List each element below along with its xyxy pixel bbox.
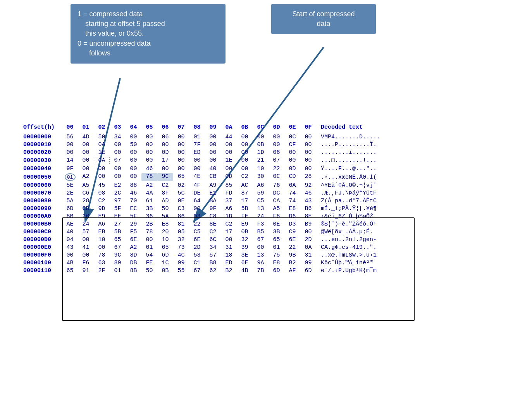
header-col-06: 06 bbox=[157, 124, 173, 131]
annotation-box-1-line1: 1 = compressed data bbox=[77, 10, 143, 18]
hex-row-00000090: 00000090 6DCD9D5F EC3B50C3 909FA65B 13A5… bbox=[23, 205, 380, 212]
hex-row-000000a0: 000000A0 8B26E9EE 5F365A86 D3C81DFE 24F8… bbox=[23, 213, 380, 220]
header-col-0e: 0E bbox=[284, 124, 300, 131]
annotation-box-1-line5: follows bbox=[89, 49, 110, 57]
annotation-box-2: Start of compresseddata bbox=[271, 4, 376, 34]
header-col-0b: 0B bbox=[237, 124, 253, 131]
annotation-box-1: 1 = compressed data starting at offset 5… bbox=[71, 4, 226, 64]
hex-row-00000030: 00000030 1400 0A 07 00001700 00001E00 21… bbox=[23, 157, 380, 164]
hex-row-00000080: 00000080 5A28C297 7061AD0E 64BA3717 C5CA… bbox=[23, 198, 380, 204]
header-col-08: 08 bbox=[189, 124, 205, 131]
annotation-box-1-line4: 0 = uncompressed data bbox=[77, 40, 151, 47]
header-col-02: 02 bbox=[94, 124, 110, 131]
header-col-09: 09 bbox=[205, 124, 221, 131]
hex-row-000000b0: 000000B0 AE24A627 292BE881 228EC2E9 F30E… bbox=[23, 221, 380, 227]
header-bytes: 00 01 02 03 04 05 06 07 08 09 0A 0B 0C 0… bbox=[62, 124, 318, 131]
header-col-03: 03 bbox=[110, 124, 126, 131]
header-decoded-label: Decoded text bbox=[321, 124, 363, 131]
hex-row-00000020: 00000020 00001E00 00000D00 ED000000 1D06… bbox=[23, 149, 380, 156]
hex-row-00000070: 00000070 2EC6082C 464A8F5C DEE1FD87 59DC… bbox=[23, 190, 380, 196]
header-col-05: 05 bbox=[141, 124, 157, 131]
header-col-01: 01 bbox=[78, 124, 94, 131]
header-col-0a: 0A bbox=[221, 124, 237, 131]
hex-row-00000110: 00000110 65912F01 8B500B55 6762B24B 7B6D… bbox=[23, 267, 380, 274]
hex-row-00000050: 00000050 01 A20000 00 78 9C 65 4ECB0DC2 … bbox=[23, 173, 380, 181]
hex-header-row: Offset(h) 00 01 02 03 04 05 06 07 08 09 … bbox=[23, 124, 380, 131]
hex-row-000000e0: 000000E0 43410067 A2016573 2D343139 0001… bbox=[23, 244, 380, 251]
hex-row-00000040: 00000040 9F000000 00460000 00400000 1022… bbox=[23, 165, 380, 172]
offset-header-label: Offset(h) bbox=[23, 124, 62, 131]
annotation-box-1-line3: this value, or 0x55. bbox=[85, 29, 144, 37]
header-col-07: 07 bbox=[173, 124, 189, 131]
hex-row-000000d0: 000000D0 04001065 6E001032 6E6C0032 6765… bbox=[23, 236, 380, 243]
annotation-box-1-line2: starting at offset 5 passed bbox=[85, 20, 165, 28]
hex-row-00000010: 00000010 00000A00 50000000 7F000000 0B00… bbox=[23, 141, 380, 148]
annotation-box-2-text: Start of compresseddata bbox=[292, 10, 355, 28]
hex-row-00000100: 00000100 4BF66389 DBFE1C99 C1B8ED6E 9AE8… bbox=[23, 260, 380, 266]
header-col-0c: 0C bbox=[253, 124, 269, 131]
hex-row-00000000: 00000000 564D5034 00000600 01004400 0000… bbox=[23, 134, 380, 140]
header-col-04: 04 bbox=[126, 124, 141, 131]
header-col-00: 00 bbox=[62, 124, 78, 131]
header-col-0f: 0F bbox=[300, 124, 316, 131]
header-col-0d: 0D bbox=[269, 124, 284, 131]
hex-row-000000c0: 000000C0 4057EB5B F5782005 C5C2170B B53B… bbox=[23, 229, 380, 235]
hex-row-000000f0: 000000F0 0000789C 8D546D4C 5357183E 1375… bbox=[23, 252, 380, 259]
hex-row-00000060: 00000060 5EA545E2 88A2C202 4FA985AC A676… bbox=[23, 182, 380, 189]
hex-table: Offset(h) 00 01 02 03 04 05 06 07 08 09 … bbox=[23, 124, 380, 275]
